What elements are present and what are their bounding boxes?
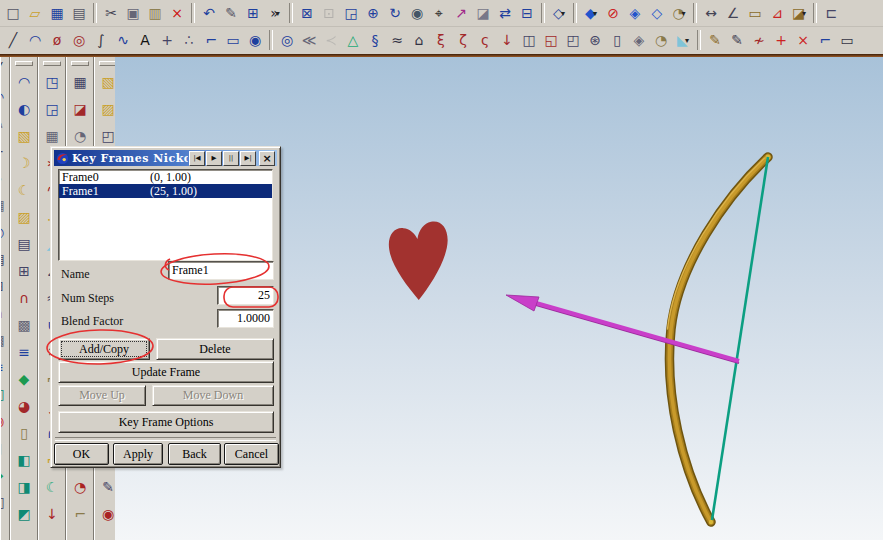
paste-button[interactable]: ▥: [144, 2, 166, 24]
name-input[interactable]: Frame1: [168, 261, 274, 280]
edge-clipped-4-button[interactable]: +: [0, 138, 9, 164]
edge-clipped-15-button[interactable]: ▯: [0, 435, 9, 461]
delete-segment-button[interactable]: ×: [792, 29, 814, 51]
hatch-feature-button[interactable]: ▩: [13, 312, 35, 338]
boolean-merge-button[interactable]: ◧: [13, 447, 35, 473]
dialog-titlebar[interactable]: Key Frames Nicko... |◀ ▶ || ▶| ×: [54, 150, 277, 166]
shell-display-button[interactable]: ◔▾: [668, 2, 690, 24]
copy-button[interactable]: ▣: [122, 2, 144, 24]
edge-clipped-6-button[interactable]: ▦: [0, 192, 9, 218]
offset-surface-button[interactable]: ◱: [540, 29, 562, 51]
undo-button[interactable]: ↶: [198, 2, 220, 24]
fly-through-button[interactable]: ↗: [450, 2, 472, 24]
shade-surface-button[interactable]: ◪: [472, 2, 494, 24]
unlink-entity-button[interactable]: ≁: [748, 29, 770, 51]
frame-list-item[interactable]: Frame1(25, 1.00): [59, 184, 272, 198]
circle-axis-button[interactable]: ◎: [68, 29, 90, 51]
edge-clipped-17-button[interactable]: ◰: [0, 489, 9, 515]
edge-clipped-11-button[interactable]: ▩: [0, 327, 9, 353]
surface-flat-button[interactable]: ◳: [41, 69, 63, 95]
edge-clipped-5-button[interactable]: §: [0, 165, 9, 191]
rectangle-tool-button[interactable]: ▭: [836, 29, 858, 51]
toolbar-grip-handle[interactable]: [15, 61, 33, 66]
cancel-button[interactable]: Cancel: [224, 443, 279, 465]
boolean-cut-button[interactable]: ◨: [13, 474, 35, 500]
stamp-feature-button[interactable]: ▤: [13, 231, 35, 257]
circle-tangent-button[interactable]: ø: [46, 29, 68, 51]
sketch-fillet-button[interactable]: ⌐: [200, 29, 222, 51]
frame-last-button[interactable]: ▶|: [240, 151, 256, 166]
merge-feature-button[interactable]: ◆: [13, 366, 35, 392]
shell-feature-button[interactable]: ◔: [650, 29, 672, 51]
dropdown-arrow-icon[interactable]: ▾: [561, 9, 565, 18]
sketch-spline-button[interactable]: ∫: [90, 29, 112, 51]
circle-concentric-button[interactable]: ◎: [276, 29, 298, 51]
cut-button[interactable]: ✂: [100, 2, 122, 24]
surface-crescent-2-button[interactable]: ☾: [13, 177, 35, 203]
mirror-feature-button[interactable]: ∩: [13, 285, 35, 311]
pattern-grid-button[interactable]: ⊞: [13, 258, 35, 284]
swirl-feature-button[interactable]: ◕: [13, 393, 35, 419]
surface-sphere-button[interactable]: ◐: [13, 96, 35, 122]
roll-feature-button[interactable]: ◔: [69, 474, 91, 500]
capsule-feature-button[interactable]: ▯: [606, 29, 628, 51]
edge-clipped-3-button[interactable]: ✎: [0, 111, 9, 137]
edge-clipped-2-button[interactable]: ◠: [0, 84, 9, 110]
corner-surface-button[interactable]: ◣▾: [672, 29, 694, 51]
edge-clipped-10-button[interactable]: ∩: [0, 300, 9, 326]
dropdown-arrow-icon[interactable]: ▾: [802, 9, 806, 18]
curve-through-points-button[interactable]: ∿: [112, 29, 134, 51]
key-frames-list[interactable]: Frame0(0, 1.00)Frame1(25, 1.00): [58, 169, 273, 261]
save-window-button[interactable]: ⊟: [516, 2, 538, 24]
edge-clipped-13-button[interactable]: ◧: [0, 381, 9, 407]
close-icon[interactable]: ×: [259, 151, 275, 166]
num-steps-input[interactable]: 25: [217, 286, 274, 305]
surface-revolve-button[interactable]: ◲: [41, 96, 63, 122]
wrap-feature-button[interactable]: ◈: [628, 29, 650, 51]
sketch-tool-button[interactable]: ✎: [704, 29, 726, 51]
sketch-text-button[interactable]: A: [134, 29, 156, 51]
zoom-in-button[interactable]: ⊕: [362, 2, 384, 24]
edge-clipped-1-button[interactable]: ╱: [0, 57, 9, 83]
solid-block-2-button[interactable]: ▨: [13, 204, 35, 230]
cylinder-feature-button[interactable]: ▯: [13, 420, 35, 446]
toolbar-grip-handle[interactable]: [43, 61, 61, 66]
blend-factor-input[interactable]: 1.0000: [217, 309, 274, 328]
mesh-quilt-button[interactable]: ▦: [69, 69, 91, 95]
save-file-button[interactable]: ▦: [46, 2, 68, 24]
key-frame-options-button[interactable]: Key Frame Options: [58, 411, 274, 433]
no-hidden-button[interactable]: ⊘: [602, 2, 624, 24]
measure-distance-button[interactable]: ↔: [700, 2, 722, 24]
helix-curve-button[interactable]: §: [364, 29, 386, 51]
orient-csys-button[interactable]: ⌖: [428, 2, 450, 24]
corner-tool-button[interactable]: ⌐: [814, 29, 836, 51]
merge-curve-button[interactable]: ς: [474, 29, 496, 51]
surface-crescent-button[interactable]: ☽: [13, 150, 35, 176]
add-copy-button[interactable]: Add/Copy: [58, 338, 150, 360]
redo-note-button[interactable]: ✎: [220, 2, 242, 24]
delete-button[interactable]: Delete: [156, 338, 274, 360]
edge-clipped-7-button[interactable]: ◐: [0, 219, 9, 245]
refresh-window-button[interactable]: ⇄: [494, 2, 516, 24]
plane-trim-button[interactable]: ◪: [69, 96, 91, 122]
wireframe-button[interactable]: ◇: [646, 2, 668, 24]
thicken-button[interactable]: ◰: [562, 29, 584, 51]
pan-view-button[interactable]: ◉: [406, 2, 428, 24]
print-button[interactable]: ▤: [68, 2, 90, 24]
dropdown-arrow-icon[interactable]: ▾: [685, 36, 689, 45]
edge-clipped-9-button[interactable]: ⊞: [0, 273, 9, 299]
ok-button[interactable]: OK: [54, 443, 109, 465]
leaf-feature-button[interactable]: ☾: [41, 474, 63, 500]
centerline-button[interactable]: +: [770, 29, 792, 51]
edge-clipped-8-button[interactable]: ▤: [0, 246, 9, 272]
surface-dome-button[interactable]: ◠: [13, 69, 35, 95]
wrap-curve-button[interactable]: ◫: [518, 29, 540, 51]
new-file-button[interactable]: □: [2, 2, 24, 24]
apply-button[interactable]: Apply: [113, 443, 163, 465]
trim-curve-button[interactable]: ζ: [452, 29, 474, 51]
display-style-button[interactable]: ◆▾: [580, 2, 602, 24]
edge-clipped-14-button[interactable]: ◉: [0, 408, 9, 434]
datum-point-button[interactable]: +: [156, 29, 178, 51]
update-frame-button[interactable]: Update Frame: [58, 361, 274, 383]
edge-clipped-16-button[interactable]: ◆: [0, 462, 9, 488]
